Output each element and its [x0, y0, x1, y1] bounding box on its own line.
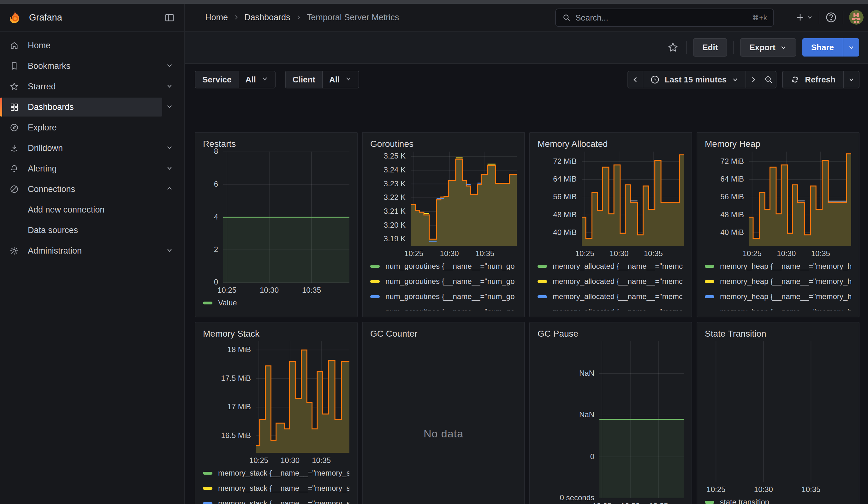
chevron-right-icon [750, 76, 757, 83]
export-button[interactable]: Export [740, 38, 796, 56]
panel-title[interactable]: Memory Allocated [538, 139, 684, 152]
legend-series-label: memory_heap {__name__="memory_h [720, 292, 851, 301]
time-series-chart[interactable]: 3.19 K3.20 K3.21 K3.22 K3.23 K3.24 K3.25… [370, 152, 517, 259]
legend-series-label: memory_heap {__name__="memory_h [720, 307, 851, 310]
time-series-chart[interactable]: 40 MiB48 MiB56 MiB64 MiB72 MiB10:2510:30… [538, 152, 684, 259]
search-input[interactable] [576, 13, 752, 23]
chevron-down-icon[interactable] [166, 246, 173, 255]
panel-title[interactable]: Restarts [203, 139, 349, 152]
breadcrumb-home[interactable]: Home [205, 13, 228, 22]
plus-icon [795, 13, 805, 22]
chevron-up-icon[interactable] [166, 185, 173, 194]
sidebar-item-administration[interactable]: Administration [0, 240, 184, 261]
edit-button[interactable]: Edit [693, 38, 727, 56]
legend-item[interactable]: memory_heap {__name__="memory_h [705, 304, 851, 310]
legend-series-label: memory_allocated {__name__="memc [553, 307, 683, 310]
time-series-chart[interactable]: 16.5 MiB17 MiB17.5 MiB18 MiB10:2510:3010… [203, 341, 349, 465]
sidebar-item-data-sources[interactable]: Data sources [0, 220, 184, 240]
legend-series-label: state transition [720, 498, 769, 504]
clock-icon [650, 75, 660, 84]
y-axis-labels: 3.19 K3.20 K3.21 K3.22 K3.23 K3.24 K3.25… [370, 152, 411, 246]
sidebar-toggle-icon[interactable] [163, 11, 176, 24]
legend-item[interactable]: num_goroutines {__name__="num_go [370, 304, 517, 310]
legend-item[interactable]: num_goroutines {__name__="num_go [370, 259, 517, 274]
sidebar-item-add-new-connection[interactable]: Add new connection [0, 199, 184, 220]
chevron-down-icon[interactable] [166, 144, 173, 153]
x-axis-labels: 10:2510:3010:35 [411, 246, 517, 259]
filter-client[interactable]: ClientAll [285, 71, 359, 89]
legend-item[interactable]: memory_stack {__name__="memory_s [203, 496, 349, 504]
user-avatar[interactable] [849, 10, 864, 25]
legend-item[interactable]: memory_allocated {__name__="memc [538, 289, 684, 304]
legend-item[interactable]: memory_stack {__name__="memory_s [203, 481, 349, 496]
chevron-down-icon [345, 75, 352, 85]
chevron-down-icon[interactable] [166, 82, 173, 91]
share-dropdown-button[interactable] [843, 38, 859, 56]
legend-item[interactable]: num_goroutines {__name__="num_go [370, 274, 517, 289]
legend-item[interactable]: memory_heap {__name__="memory_h [705, 289, 851, 304]
legend-series-swatch [705, 295, 714, 298]
panel-title[interactable]: State Transition [705, 329, 851, 341]
chevron-down-icon[interactable] [166, 62, 173, 70]
refresh-button[interactable]: Refresh [782, 71, 844, 89]
legend-series-swatch [203, 502, 213, 504]
sidebar-item-starred[interactable]: Starred [0, 76, 184, 96]
filter-value-dropdown[interactable]: All [239, 71, 275, 88]
panel-title[interactable]: Goroutines [370, 139, 517, 152]
time-series-chart[interactable]: 10:2510:3010:35 [705, 341, 851, 495]
zoom-out-button[interactable] [761, 71, 776, 89]
chevron-down-icon[interactable] [166, 164, 173, 173]
add-new-button[interactable] [795, 13, 813, 22]
sidebar-item-explore[interactable]: Explore [0, 117, 184, 138]
y-axis-labels: 02468 [203, 152, 223, 282]
sidebar-item-drilldown[interactable]: Drilldown [0, 138, 184, 158]
panel-goroutines: Goroutines3.19 K3.20 K3.21 K3.22 K3.23 K… [362, 132, 525, 317]
time-shift-forward-button[interactable] [745, 71, 761, 89]
sidebar-item-alerting[interactable]: Alerting [0, 158, 184, 179]
filter-value-dropdown[interactable]: All [322, 71, 359, 88]
chart-legend: memory_stack {__name__="memory_smemory_s… [203, 465, 349, 504]
legend-item[interactable]: memory_allocated {__name__="memc [538, 274, 684, 289]
help-button[interactable] [825, 11, 837, 23]
legend-item[interactable]: memory_allocated {__name__="memc [538, 259, 684, 274]
legend-item[interactable]: memory_allocated {__name__="memc [538, 304, 684, 310]
legend-item[interactable]: memory_heap {__name__="memory_h [705, 274, 851, 289]
share-button[interactable]: Share [802, 38, 843, 56]
x-axis-labels: 10:2510:3010:35 [223, 282, 349, 295]
filter-service[interactable]: ServiceAll [195, 71, 276, 89]
chart-legend: memory_allocated {__name__="memcmemory_a… [538, 259, 684, 310]
legend-item[interactable]: state transition [705, 495, 851, 504]
time-shift-back-button[interactable] [628, 71, 643, 89]
sidebar-item-dashboards[interactable]: Dashboards [0, 97, 184, 117]
panel-title[interactable]: Memory Heap [705, 139, 851, 152]
time-series-chart[interactable]: 0246810:2510:3010:35 [203, 152, 349, 295]
sidebar-item-connections[interactable]: Connections [0, 179, 184, 199]
sidebar-item-home[interactable]: Home [0, 35, 184, 55]
legend-item[interactable]: memory_heap {__name__="memory_h [705, 259, 851, 274]
bookmark-icon [9, 61, 20, 71]
panel-title[interactable]: GC Pause [538, 329, 684, 341]
legend-series-swatch [705, 280, 714, 283]
legend-item[interactable]: num_goroutines {__name__="num_go [370, 289, 517, 304]
refresh-button-group: Refresh [782, 71, 859, 89]
panel-restarts: Restarts0246810:2510:3010:35Value [195, 132, 358, 317]
legend-item[interactable]: memory_stack {__name__="memory_s [203, 465, 349, 481]
time-series-chart[interactable]: 40 MiB48 MiB56 MiB64 MiB72 MiB10:2510:30… [705, 152, 851, 259]
legend-item[interactable]: Value [203, 295, 349, 310]
chevron-down-icon[interactable] [166, 103, 173, 112]
search-bar[interactable]: ⌘+k [555, 9, 774, 27]
chart-legend: state transitionshard_item_created [705, 495, 851, 504]
sidebar-item-bookmarks[interactable]: Bookmarks [0, 56, 184, 76]
sidebar-item-label: Home [28, 41, 51, 51]
time-range-picker[interactable]: Last 15 minutes [643, 71, 746, 89]
refresh-interval-dropdown[interactable] [843, 71, 859, 89]
panel-gc-counter: GC CounterNo data [362, 322, 525, 504]
search-icon [562, 13, 571, 22]
time-series-chart[interactable]: 0 seconds0NaNNaN10:2510:3010:35 [538, 341, 684, 504]
panel-title[interactable]: Memory Stack [203, 329, 349, 341]
filter-label: Client [286, 71, 322, 88]
favorite-star-icon[interactable] [666, 40, 680, 54]
breadcrumb-dashboards[interactable]: Dashboards [244, 13, 290, 22]
panel-title[interactable]: GC Counter [370, 329, 517, 341]
time-controls: Last 15 minutes Refresh [628, 71, 859, 89]
